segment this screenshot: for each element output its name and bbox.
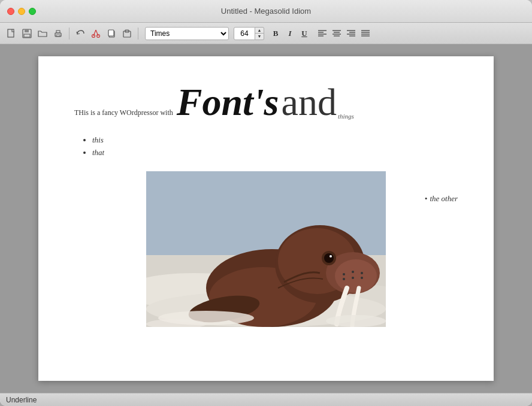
document[interactable]: THis is a fancy WOrdpressor with Font's … [38, 56, 494, 381]
svg-point-53 [326, 315, 386, 327]
underline-button[interactable]: U [298, 27, 311, 40]
status-bar: Underline [0, 393, 532, 406]
close-button[interactable] [7, 8, 14, 15]
save-button[interactable] [20, 27, 34, 40]
doc-intro-line: THis is a fancy WOrdpressor with Font's … [74, 80, 458, 125]
align-center-button[interactable] [330, 27, 343, 40]
align-left-button[interactable] [316, 27, 329, 40]
intro-text: THis is a fancy WOrdpressor with [74, 108, 173, 117]
fancy-fonts-text: Font's [177, 80, 279, 125]
svg-point-42 [343, 273, 345, 275]
bold-button[interactable]: B [269, 27, 282, 40]
open-button[interactable] [36, 27, 49, 40]
align-buttons [316, 27, 372, 40]
svg-point-47 [361, 277, 363, 279]
format-buttons: B I U [269, 27, 311, 40]
svg-point-44 [361, 272, 363, 274]
font-selector-container: Times [145, 27, 229, 40]
status-text: Underline [6, 396, 37, 404]
copy-button[interactable] [105, 27, 118, 40]
svg-rect-0 [8, 29, 14, 37]
separator-2 [138, 28, 138, 40]
paste-button[interactable] [120, 27, 134, 40]
title-bar: Untitled - Megasolid Idiom [0, 0, 532, 23]
font-size-container: ▲ ▼ [234, 27, 264, 40]
walrus-image-container [74, 171, 458, 327]
font-size-input[interactable] [234, 27, 255, 40]
font-size-up[interactable]: ▲ [255, 28, 264, 34]
things-text: things [338, 113, 354, 125]
svg-point-50 [330, 255, 332, 257]
cut-button[interactable] [89, 27, 102, 40]
align-right-button[interactable] [344, 27, 358, 40]
toolbar: Times ▲ ▼ B I U [0, 23, 532, 44]
italic-button[interactable]: I [283, 27, 297, 40]
align-justify-button[interactable] [359, 27, 372, 40]
maximize-button[interactable] [29, 8, 36, 15]
svg-rect-2 [25, 29, 29, 32]
undo-button[interactable] [74, 27, 87, 40]
document-container[interactable]: THis is a fancy WOrdpressor with Font's … [0, 44, 532, 393]
svg-rect-3 [24, 34, 30, 37]
svg-rect-12 [108, 30, 114, 36]
new-button[interactable] [5, 27, 18, 40]
walrus-image [146, 171, 386, 327]
font-select[interactable]: Times [145, 27, 229, 40]
bullet-list: this that [74, 134, 458, 159]
other-bullet: • the other [425, 194, 458, 204]
print-button[interactable] [52, 27, 65, 40]
list-item-that: that [92, 147, 458, 159]
main-window: Untitled - Megasolid Idiom [0, 0, 532, 406]
font-size-down[interactable]: ▼ [255, 34, 264, 40]
svg-point-43 [352, 271, 354, 273]
window-title: Untitled - Megasolid Idiom [221, 7, 311, 16]
and-text: and [282, 80, 337, 125]
traffic-lights [7, 8, 36, 15]
svg-point-41 [335, 259, 377, 293]
font-size-stepper: ▲ ▼ [255, 27, 264, 40]
svg-point-49 [324, 253, 334, 263]
separator-1 [69, 28, 69, 40]
minimize-button[interactable] [18, 8, 25, 15]
svg-point-45 [343, 278, 345, 280]
svg-point-46 [352, 277, 354, 279]
list-item-this: this [92, 134, 458, 147]
